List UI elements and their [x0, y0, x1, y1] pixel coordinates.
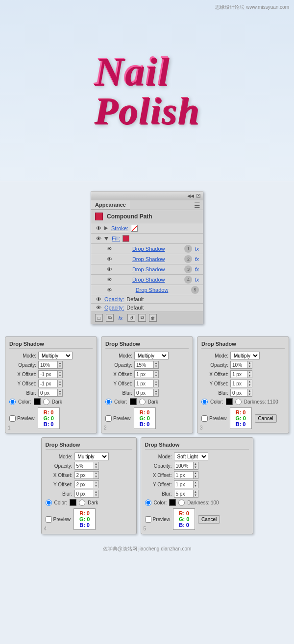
dialog-3-blur-spinner[interactable]: 0 px ▲▼: [230, 389, 252, 397]
dialog-2-xoffset-spinner[interactable]: 1 px ▲▼: [134, 370, 159, 378]
dialog-1-yoffset-spinner[interactable]: -1 px ▲▼: [38, 380, 63, 387]
dialog-4-dark-radio[interactable]: [79, 500, 85, 506]
dialog-5-color-swatch[interactable]: [169, 499, 176, 506]
dialog-3-xoffset-spinner[interactable]: 1 px ▲▼: [230, 370, 252, 378]
new-item-icon[interactable]: □: [95, 314, 103, 322]
appearance-tab[interactable]: Appearance: [91, 200, 130, 210]
dialog-4-blur-spinner[interactable]: 0 px ▲▼: [74, 490, 99, 498]
fill-eye-icon[interactable]: [95, 236, 102, 241]
dialog-2-color-radio[interactable]: [105, 399, 112, 405]
dialog-1-mode-select[interactable]: Multiply: [38, 352, 73, 359]
dialog-2-yoffset-spinner[interactable]: 1 px ▲▼: [134, 380, 159, 387]
ds3-label[interactable]: Drop Shadow: [115, 266, 182, 272]
compound-icon: [95, 213, 103, 220]
dialog-3-cancel-btn[interactable]: Cancel: [255, 414, 277, 423]
dialog-5-dark-radio[interactable]: [178, 500, 185, 506]
dialog-2-preview-check[interactable]: Preview: [105, 415, 131, 422]
dialog-2-opacity-spinner[interactable]: 15% ▲▼: [134, 361, 159, 369]
opacity2-label[interactable]: Opacity:: [104, 305, 124, 310]
opacity1-eye-icon[interactable]: [95, 297, 102, 302]
ds5-label[interactable]: Drop Shadow: [115, 287, 189, 293]
delete-icon[interactable]: 🗑: [149, 314, 157, 322]
dialog-1-opacity-label: Opacity:: [9, 362, 36, 368]
drop-shadow-row-5: Drop Shadow 5: [91, 285, 203, 295]
dialog-5-xoffset-spinner[interactable]: 1 px ▲▼: [174, 471, 198, 479]
dialog-5-mode-select[interactable]: Soft Light: [174, 453, 208, 460]
dialog-3-yoffset-spinner[interactable]: 1 px ▲▼: [230, 380, 252, 387]
ds2-eye-icon[interactable]: [106, 257, 113, 262]
watermark: 思缘设计论坛 www.missyuan.com: [215, 4, 289, 11]
duplicate2-icon[interactable]: ⧉: [138, 314, 146, 322]
dialog-1-dark-radio[interactable]: [43, 399, 49, 405]
dialog-1-preview-check[interactable]: Preview: [9, 415, 35, 422]
expand-icon[interactable]: ◀◀: [187, 193, 194, 198]
fill-expand-icon[interactable]: [104, 237, 108, 240]
dialog-4-color-swatch[interactable]: [70, 499, 76, 506]
stroke-label[interactable]: Stroke:: [111, 225, 128, 231]
dialog-3-opacity-spinner[interactable]: 10% ▲▼: [230, 361, 252, 369]
ds2-label[interactable]: Drop Shadow: [115, 256, 182, 262]
dialog-2-blur-spinner[interactable]: 0 px ▲▼: [134, 389, 159, 397]
dialog-1-color-radio[interactable]: [9, 399, 16, 405]
stroke-eye-icon[interactable]: [95, 226, 102, 231]
drop-shadow-row-4: Drop Shadow 4 fx: [91, 275, 203, 285]
drop-shadow-dialog-5: Drop Shadow Mode: Soft Light Opacity: 10…: [141, 437, 253, 534]
close-btn[interactable]: ✕: [196, 194, 200, 198]
ds3-eye-icon[interactable]: [106, 267, 113, 272]
fill-label[interactable]: Fill:: [112, 236, 120, 241]
dialog-2-color-swatch[interactable]: [130, 398, 137, 405]
dialog-3-dark-radio[interactable]: [235, 399, 242, 405]
opacity1-label[interactable]: Opacity:: [104, 296, 124, 302]
fill-color-box[interactable]: [122, 235, 129, 242]
dialog-2-dark-radio[interactable]: [139, 399, 146, 405]
dialog-3-yoffset-row: Y Offset: 1 px ▲▼: [201, 380, 285, 387]
dialog-4-rgb: R: 0 G: 0 B: 0: [74, 508, 96, 530]
dialog-4-mode-select[interactable]: Multiply: [74, 453, 109, 460]
dialog-5-blur-label: Blur:: [145, 491, 172, 497]
dialog-5-color-radio[interactable]: [145, 500, 151, 506]
reset-icon[interactable]: ↺: [127, 314, 135, 322]
dialog-5-cancel-btn[interactable]: Cancel: [198, 515, 220, 524]
dialog-2-mode-select[interactable]: Multiply: [134, 352, 169, 359]
ds2-fx[interactable]: fx: [195, 256, 199, 262]
panel-menu-icon[interactable]: ☰: [194, 201, 200, 209]
ds2-badge: 2: [184, 255, 192, 263]
dialog-1-opacity-spinner[interactable]: 10% ▲▼: [38, 361, 63, 369]
ds4-label[interactable]: Drop Shadow: [115, 277, 182, 283]
dialog-1-color-swatch[interactable]: [34, 398, 41, 405]
dialog-4-preview-check[interactable]: Preview: [46, 516, 71, 523]
dialog-4-opacity-spinner[interactable]: 5% ▲▼: [74, 462, 99, 470]
dialog-5-mode-row: Mode: Soft Light: [145, 453, 249, 460]
dialog-3-color-swatch[interactable]: [226, 398, 233, 405]
dialog-1-blur-spinner[interactable]: 0 px ▲▼: [38, 389, 63, 397]
opacity2-eye-icon[interactable]: [95, 305, 102, 310]
dialog-5-opacity-row: Opacity: 100% ▲▼: [145, 462, 249, 470]
dialog-4-xoffset-spinner[interactable]: 2 px ▲▼: [74, 471, 99, 479]
fx-footer-icon[interactable]: fx: [117, 314, 124, 322]
dialog-1-yoffset-label: Y Offset:: [9, 381, 36, 386]
dialog-3-color-radio[interactable]: [201, 399, 208, 405]
dialog-5-opacity-spinner[interactable]: 100% ▲▼: [174, 462, 198, 470]
duplicate-icon[interactable]: ⧉: [106, 314, 114, 322]
ds1-fx[interactable]: fx: [195, 246, 199, 252]
stroke-expand-icon[interactable]: [104, 226, 108, 230]
dialog-5-blur-spinner[interactable]: 5 px ▲▼: [174, 490, 198, 498]
dialog-3-preview-check[interactable]: Preview: [201, 415, 227, 422]
dialog-5-preview-check[interactable]: Preview: [145, 516, 171, 523]
opacity-row-2: Opacity: Default: [91, 304, 203, 312]
ds4-fx[interactable]: fx: [195, 277, 199, 283]
dialog-4-yoffset-spinner[interactable]: 2 px ▲▼: [74, 480, 99, 488]
ds4-eye-icon[interactable]: [106, 277, 113, 282]
dialog-5-yoffset-spinner[interactable]: 1 px ▲▼: [174, 480, 198, 488]
dialog-1-xoffset-spinner[interactable]: -1 px ▲▼: [38, 370, 63, 378]
stroke-color-box[interactable]: [131, 225, 138, 232]
ds3-fx[interactable]: fx: [195, 266, 199, 272]
ds5-eye-icon[interactable]: [106, 287, 113, 292]
ds1-eye-icon[interactable]: [106, 246, 113, 251]
ds1-label[interactable]: Drop Shadow: [115, 246, 182, 252]
dialog-3-mode-select[interactable]: Multiply: [230, 352, 260, 359]
dialog-5-blur-row: Blur: 5 px ▲▼: [145, 490, 249, 498]
dialog-3-number: 3: [200, 425, 203, 430]
dialog-1-mode-label: Mode:: [9, 353, 36, 358]
dialog-4-color-radio[interactable]: [46, 500, 52, 506]
